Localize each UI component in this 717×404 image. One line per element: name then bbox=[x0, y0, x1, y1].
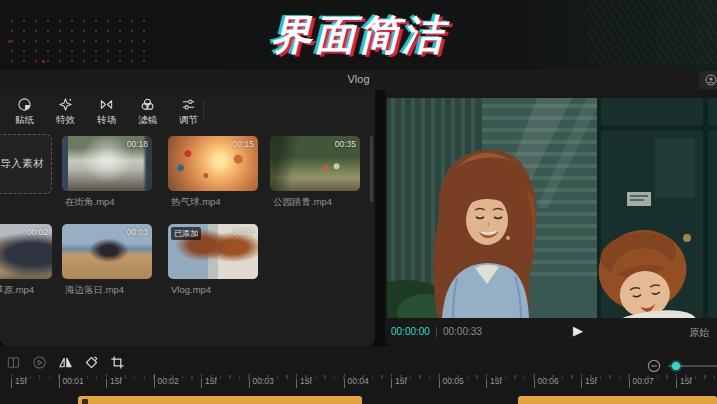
file-name: 热气球.mp4 bbox=[168, 196, 258, 209]
duration-badge: 00:03 bbox=[233, 227, 254, 237]
video-thumbnail: 00:18 bbox=[62, 136, 152, 191]
playback-speed-icon[interactable] bbox=[32, 355, 47, 370]
tab-label: 特效 bbox=[56, 114, 75, 127]
tab-label: 滤镜 bbox=[138, 114, 157, 127]
play-button[interactable]: ▶ bbox=[573, 323, 583, 338]
file-name: 草原.mp4 bbox=[0, 284, 52, 297]
crop-icon[interactable] bbox=[110, 355, 125, 370]
user-avatar-icon bbox=[705, 74, 717, 86]
preview-video[interactable] bbox=[387, 98, 717, 318]
promo-banner: 界面简洁 bbox=[0, 0, 717, 70]
rotate-icon[interactable] bbox=[84, 355, 99, 370]
zoom-out-icon[interactable] bbox=[647, 359, 661, 373]
duration-badge: 00:18 bbox=[127, 139, 148, 149]
media-tabbar: 贴纸 特效 转场 滤镜 bbox=[0, 94, 209, 128]
preview-panel: 00:00:00 00:00:33 ▶ 原始 bbox=[385, 90, 717, 346]
timeline-panel: 15f 00:01 15f 00:02 15f 00:03 15f 00:04 … bbox=[0, 346, 717, 404]
file-name: Vlog.mp4 bbox=[168, 284, 258, 295]
video-thumbnail: 00:35 bbox=[270, 136, 360, 191]
zoom-slider-handle[interactable] bbox=[672, 362, 680, 370]
file-name: 海边落日.mp4 bbox=[62, 284, 152, 297]
ruler-label: 15f bbox=[106, 374, 154, 388]
ruler-label: 00:06 bbox=[534, 374, 582, 388]
import-media-button[interactable]: 导入素材 bbox=[0, 134, 52, 194]
sticker-icon bbox=[17, 97, 32, 112]
tab-label: 贴纸 bbox=[15, 114, 34, 127]
duration-badge: 00:03 bbox=[127, 227, 148, 237]
ruler-label: 00:01 bbox=[59, 374, 107, 388]
file-name: 在街角.mp4 bbox=[62, 196, 152, 209]
added-badge: 已添加 bbox=[171, 227, 201, 240]
tab-label: 调节 bbox=[179, 114, 198, 127]
current-time: 00:00:00 bbox=[391, 326, 430, 337]
preview-controls: 00:00:00 00:00:33 ▶ 原始 bbox=[385, 318, 717, 346]
ruler-label: 15f bbox=[486, 374, 534, 388]
timeline-toolbar bbox=[6, 355, 125, 370]
media-item-beach[interactable]: 00:03 海边落日.mp4 bbox=[62, 224, 152, 297]
tab-stickers[interactable]: 贴纸 bbox=[4, 94, 45, 128]
tab-label: 转场 bbox=[97, 114, 116, 127]
filter-icon bbox=[140, 97, 155, 112]
transition-icon bbox=[99, 97, 114, 112]
ruler-label: 00:04 bbox=[344, 374, 392, 388]
ruler-label: 15f bbox=[11, 374, 59, 388]
media-item-park[interactable]: 00:35 公园踏青.mp4 bbox=[270, 136, 360, 209]
timecode-divider bbox=[436, 327, 437, 337]
ruler-label: 15f bbox=[201, 374, 249, 388]
import-media-label: 导入素材 bbox=[0, 134, 52, 194]
ruler-label: 00:05 bbox=[439, 374, 487, 388]
video-thumbnail: 已添加 00:03 bbox=[168, 224, 258, 279]
tabbar-divider bbox=[203, 100, 204, 122]
resolution-dropdown[interactable]: 原始 bbox=[689, 326, 709, 340]
app-titlebar: Vlog bbox=[0, 70, 717, 90]
media-item-grassland[interactable]: 00:02 草原.mp4 bbox=[0, 224, 52, 297]
duration-badge: 00:35 bbox=[335, 139, 356, 149]
timeline-zoom-slider[interactable] bbox=[668, 365, 717, 367]
timecode: 00:00:00 00:00:33 bbox=[391, 326, 482, 337]
ruler-label: 15f bbox=[296, 374, 344, 388]
tab-filters[interactable]: 滤镜 bbox=[127, 94, 168, 128]
account-button[interactable] bbox=[699, 71, 717, 89]
media-item-balloon[interactable]: 00:15 热气球.mp4 bbox=[168, 136, 258, 209]
file-name: 公园踏青.mp4 bbox=[270, 196, 360, 209]
media-library-panel: 贴纸 特效 转场 滤镜 bbox=[0, 90, 375, 346]
ruler-label: 15f bbox=[581, 374, 629, 388]
tab-transitions[interactable]: 转场 bbox=[86, 94, 127, 128]
ruler-label: 00:02 bbox=[154, 374, 202, 388]
media-item-vlog[interactable]: 已添加 00:03 Vlog.mp4 bbox=[168, 224, 258, 295]
video-thumbnail: 00:03 bbox=[62, 224, 152, 279]
banner-title: 界面简洁 bbox=[0, 8, 717, 63]
clip-audio-icon bbox=[82, 399, 88, 404]
duration-badge: 00:02 bbox=[27, 227, 48, 237]
video-thumbnail: 00:02 bbox=[0, 224, 52, 279]
ruler-label: 00:07 bbox=[629, 374, 677, 388]
ruler-label: 15f bbox=[391, 374, 439, 388]
mirror-flip-icon[interactable] bbox=[58, 355, 73, 370]
timeline-clip[interactable] bbox=[78, 396, 362, 404]
tab-effects[interactable]: 特效 bbox=[45, 94, 86, 128]
video-thumbnail: 00:15 bbox=[168, 136, 258, 191]
ruler-label: 15f bbox=[676, 374, 717, 388]
duration-badge: 00:15 bbox=[233, 139, 254, 149]
split-clip-icon[interactable] bbox=[6, 355, 21, 370]
media-item-street[interactable]: 00:18 在街角.mp4 bbox=[62, 136, 152, 209]
adjust-icon bbox=[181, 97, 196, 112]
app-window: 界面简洁 Vlog 贴纸 特效 bbox=[0, 0, 717, 404]
timeline-clip[interactable] bbox=[518, 396, 717, 404]
ruler-label: 00:03 bbox=[249, 374, 297, 388]
project-title: Vlog bbox=[0, 73, 717, 85]
effects-icon bbox=[58, 97, 73, 112]
total-duration: 00:00:33 bbox=[443, 326, 482, 337]
timeline-ruler[interactable]: 15f 00:01 15f 00:02 15f 00:03 15f 00:04 … bbox=[11, 374, 717, 388]
media-panel-scrollbar[interactable] bbox=[370, 136, 373, 202]
